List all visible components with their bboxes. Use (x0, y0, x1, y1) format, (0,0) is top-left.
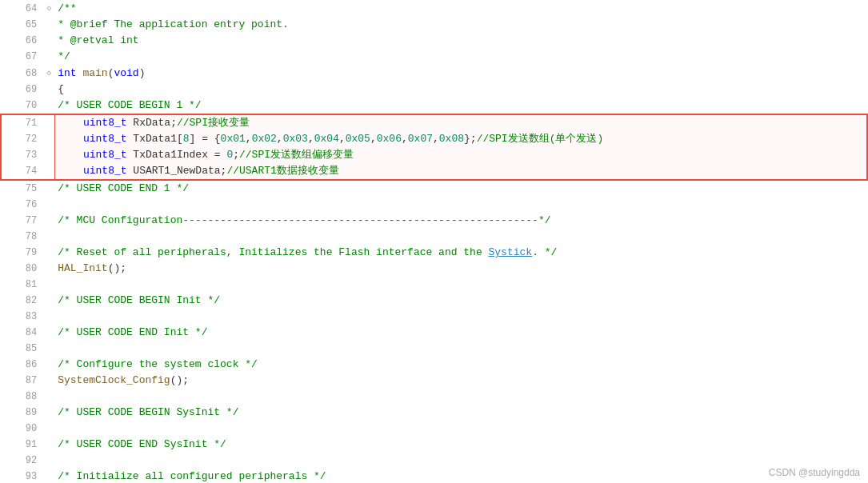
line-number: 89 (1, 405, 43, 421)
table-row: 84 /* USER CODE END Init */ (1, 325, 867, 341)
fold-icon[interactable] (43, 261, 54, 277)
code-content (54, 341, 867, 357)
line-number: 91 (1, 437, 43, 453)
code-content (54, 421, 867, 437)
table-row: 71 uint8_t RxData;//SPI接收变量 (1, 114, 867, 131)
table-row: 67 */ (1, 49, 867, 65)
code-content: */ (54, 49, 867, 65)
fold-icon[interactable] (43, 437, 54, 453)
line-number: 92 (1, 453, 43, 469)
fold-icon[interactable] (43, 341, 54, 357)
line-number: 78 (1, 229, 43, 245)
line-number: 64 (1, 0, 43, 17)
table-row: 74 uint8_t USART1_NewData;//USART1数据接收变量 (1, 163, 867, 180)
fold-icon[interactable] (43, 180, 54, 197)
fold-icon[interactable] (43, 98, 54, 114)
line-number: 79 (1, 245, 43, 261)
line-number: 80 (1, 261, 43, 277)
fold-icon[interactable] (43, 405, 54, 421)
fold-icon[interactable] (43, 17, 54, 33)
fold-icon[interactable] (43, 277, 54, 293)
fold-icon[interactable] (43, 389, 54, 405)
table-row: 92 (1, 453, 867, 469)
fold-icon[interactable] (43, 33, 54, 49)
line-number: 69 (1, 82, 43, 98)
fold-icon[interactable] (43, 421, 54, 437)
fold-icon[interactable] (43, 197, 54, 213)
table-row: 91 /* USER CODE END SysInit */ (1, 437, 867, 453)
watermark: CSDN @studyingdda (769, 467, 860, 478)
line-number: 72 (1, 131, 43, 147)
code-content: * @brief The application entry point. (54, 17, 867, 33)
table-row: 75 /* USER CODE END 1 */ (1, 180, 867, 197)
code-content: * @retval int (54, 33, 867, 49)
line-number: 90 (1, 421, 43, 437)
table-row: 78 (1, 229, 867, 245)
fold-icon[interactable] (43, 82, 54, 98)
line-number: 71 (1, 114, 43, 131)
table-row: 64◇/** (1, 0, 867, 17)
table-row: 90 (1, 421, 867, 437)
line-number: 84 (1, 325, 43, 341)
line-number: 87 (1, 373, 43, 389)
code-content (54, 229, 867, 245)
table-row: 68◇int main(void) (1, 65, 867, 82)
fold-icon[interactable]: ◇ (43, 0, 54, 17)
table-row: 72 uint8_t TxData1[8] = {0x01,0x02,0x03,… (1, 131, 867, 147)
line-number: 70 (1, 98, 43, 114)
code-content: /* MCU Configuration--------------------… (54, 213, 867, 229)
line-number: 76 (1, 197, 43, 213)
fold-icon[interactable] (43, 357, 54, 373)
fold-icon[interactable] (43, 49, 54, 65)
table-row: 85 (1, 341, 867, 357)
fold-icon[interactable] (43, 229, 54, 245)
fold-icon[interactable] (43, 469, 54, 483)
fold-icon[interactable] (43, 453, 54, 469)
code-content: uint8_t TxData1Index = 0;//SPI发送数组偏移变量 (54, 147, 867, 163)
fold-icon[interactable] (43, 245, 54, 261)
line-number: 93 (1, 469, 43, 483)
code-content: int main(void) (54, 65, 867, 82)
code-content: /* USER CODE END 1 */ (54, 180, 867, 197)
table-row: 65 * @brief The application entry point. (1, 17, 867, 33)
fold-icon[interactable] (43, 114, 54, 131)
table-row: 86 /* Configure the system clock */ (1, 357, 867, 373)
table-row: 77 /* MCU Configuration-----------------… (1, 213, 867, 229)
fold-icon[interactable] (43, 163, 54, 180)
fold-icon[interactable] (43, 325, 54, 341)
fold-icon[interactable] (43, 147, 54, 163)
table-row: 93 /* Initialize all configured peripher… (1, 469, 867, 483)
fold-icon[interactable] (43, 309, 54, 325)
code-content: /* USER CODE BEGIN 1 */ (54, 98, 867, 114)
table-row: 81 (1, 277, 867, 293)
code-content (54, 277, 867, 293)
line-number: 68 (1, 65, 43, 82)
code-content: /* USER CODE END Init */ (54, 325, 867, 341)
line-number: 74 (1, 163, 43, 180)
code-content: uint8_t RxData;//SPI接收变量 (54, 114, 867, 131)
code-content: /* USER CODE END SysInit */ (54, 437, 867, 453)
table-row: 88 (1, 389, 867, 405)
fold-icon[interactable] (43, 131, 54, 147)
code-editor: 64◇/**65 * @brief The application entry … (0, 0, 868, 483)
code-table: 64◇/**65 * @brief The application entry … (0, 0, 868, 483)
code-content: HAL_Init(); (54, 261, 867, 277)
table-row: 69{ (1, 82, 867, 98)
line-number: 82 (1, 293, 43, 309)
systick-link[interactable]: Systick (489, 246, 533, 258)
fold-icon[interactable] (43, 373, 54, 389)
table-row: 80 HAL_Init(); (1, 261, 867, 277)
code-content (54, 309, 867, 325)
line-number: 77 (1, 213, 43, 229)
fold-icon[interactable] (43, 293, 54, 309)
line-number: 67 (1, 49, 43, 65)
code-content (54, 389, 867, 405)
code-content: /** (54, 0, 867, 17)
fold-icon[interactable]: ◇ (43, 65, 54, 82)
code-content: uint8_t USART1_NewData;//USART1数据接收变量 (54, 163, 867, 180)
code-content: uint8_t TxData1[8] = {0x01,0x02,0x03,0x0… (54, 131, 867, 147)
line-number: 83 (1, 309, 43, 325)
table-row: 89 /* USER CODE BEGIN SysInit */ (1, 405, 867, 421)
code-content (54, 453, 867, 469)
fold-icon[interactable] (43, 213, 54, 229)
